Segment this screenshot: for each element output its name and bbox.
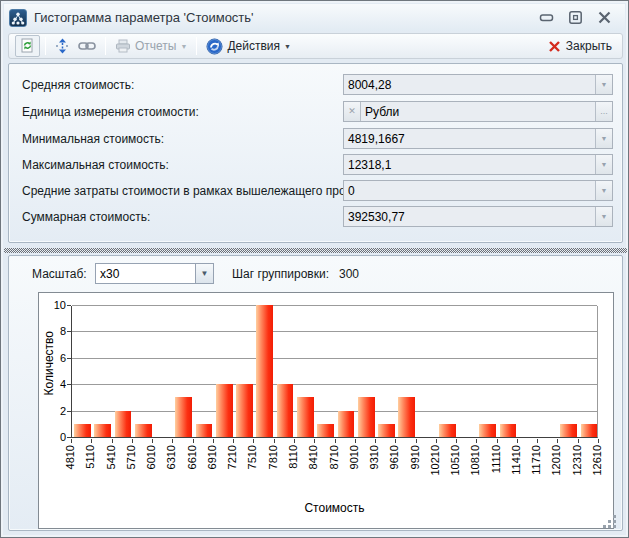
y-tick-mark [67,305,71,306]
dropdown-button[interactable]: ▼ [595,181,612,200]
histogram-bar[interactable] [196,424,213,437]
gridline [72,305,597,306]
histogram-bar[interactable] [297,397,314,437]
chevron-down-icon: ▼ [601,213,608,220]
reports-button: Отчеты ▼ [111,37,191,55]
x-tick-mark [274,439,275,443]
clear-button[interactable]: ✕ [344,102,361,121]
x-tick-label: 9610 [388,445,401,469]
average-cost-field[interactable]: 8004,28 ▼ [343,74,613,95]
histogram-bar[interactable] [135,424,152,437]
close-dialog-button[interactable]: Закрыть [544,37,616,55]
field-value: Рубли [361,105,595,119]
histogram-bar[interactable] [175,397,192,437]
minimize-button[interactable] [538,9,555,26]
min-cost-field[interactable]: 4819,1667 ▼ [343,128,613,149]
histogram-bar[interactable] [115,411,132,437]
chevron-down-icon: ▼ [601,81,608,88]
x-tick-label: 10810 [469,445,482,476]
histogram-bar[interactable] [560,424,577,437]
histogram-bar[interactable] [94,424,111,437]
actions-button[interactable]: Действия ▼ [202,36,295,57]
field-value: 12318,1 [344,158,595,172]
x-tick-label: 6010 [145,445,158,469]
y-tick-label: 6 [40,352,66,364]
histogram-bar[interactable] [236,384,253,437]
dropdown-button[interactable]: ▼ [595,75,612,94]
histogram-bar[interactable] [398,397,415,437]
histogram-bar[interactable] [358,397,375,437]
histogram-bar[interactable] [581,424,598,437]
x-tick-mark [537,439,538,443]
field-label: Минимальная стоимость: [22,132,164,146]
dropdown-button[interactable]: ▼ [595,207,612,226]
x-tick-label: 11710 [530,445,543,475]
clear-x-icon: ✕ [348,107,356,116]
histogram-bar[interactable] [74,424,91,437]
chevron-down-icon: ▼ [601,161,608,168]
max-cost-field[interactable]: 12318,1 ▼ [343,154,613,175]
y-tick-mark [67,411,71,412]
toolbar-separator [105,37,106,55]
field-label: Средние затраты стоимости в рамках вышел… [22,184,381,198]
histogram-bar[interactable] [439,424,456,437]
x-tick-mark [335,439,336,443]
grouping-step-label: Шаг группировки: [232,267,329,281]
field-row-min-cost: Минимальная стоимость: 4819,1667 ▼ [9,128,622,149]
field-label: Средняя стоимость: [22,78,134,92]
x-tick-mark [152,439,153,443]
histogram-bar[interactable] [378,424,395,437]
field-value: 0 [344,184,595,198]
y-tick-mark [67,437,71,438]
cost-unit-field[interactable]: ✕ Рубли ... [343,101,613,122]
field-row-max-cost: Максимальная стоимость: 12318,1 ▼ [9,154,622,175]
y-tick-label: 0 [40,431,66,443]
fit-vertical-button[interactable] [51,36,74,56]
refresh-button[interactable] [15,35,40,57]
gridline [72,331,597,332]
toolbar-separator [45,37,46,55]
total-cost-field[interactable]: 392530,77 ▼ [343,206,613,227]
x-tick-label: 10510 [449,445,462,476]
scale-combo[interactable]: x30 ▼ [95,263,214,284]
histogram-bar[interactable] [216,384,233,437]
histogram-bar[interactable] [500,424,517,437]
x-tick-mark [395,439,396,443]
parameters-panel: Средняя стоимость: 8004,28 ▼ Единица изм… [8,63,623,243]
dropdown-button[interactable]: ▼ [595,129,612,148]
resize-grip[interactable] [604,516,616,528]
field-row-total-cost: Суммарная стоимость: 392530,77 ▼ [9,206,622,227]
dropdown-button[interactable]: ▼ [595,155,612,174]
x-tick-mark [578,439,579,443]
field-label: Максимальная стоимость: [22,158,169,172]
x-tick-mark [517,439,518,443]
dropdown-button[interactable]: ▼ [195,264,213,283]
histogram-bar[interactable] [277,384,294,437]
x-tick-label: 9010 [348,445,361,469]
refresh-icon [20,38,35,54]
chevron-down-icon: ▼ [601,135,608,142]
splitter-handle[interactable] [4,248,627,253]
x-axis-title: Стоимость [71,501,598,515]
restore-button[interactable] [567,9,584,26]
histogram-bar[interactable] [479,424,496,437]
histogram-bar[interactable] [317,424,334,437]
x-tick-mark [193,439,194,443]
histogram-bar[interactable] [338,411,355,437]
x-tick-label: 7210 [226,445,239,469]
x-tick-mark [71,439,72,443]
fit-vertical-icon [55,38,70,54]
avg-parent-cost-field[interactable]: 0 ▼ [343,180,613,201]
printer-icon [115,39,131,53]
x-tick-mark [436,439,437,443]
close-label: Закрыть [566,39,612,53]
link-button[interactable] [74,38,100,54]
ellipsis-button[interactable]: ... [595,102,612,121]
close-button[interactable] [596,9,613,26]
title-bar[interactable]: Гистограмма параметра 'Стоимость' [4,4,625,31]
histogram-chart: Количество Стоимость 0246810481051105410… [38,292,614,529]
histogram-bar[interactable] [256,305,273,437]
gridline [72,358,597,359]
y-tick-label: 8 [40,325,66,337]
x-tick-label: 9310 [368,445,381,469]
